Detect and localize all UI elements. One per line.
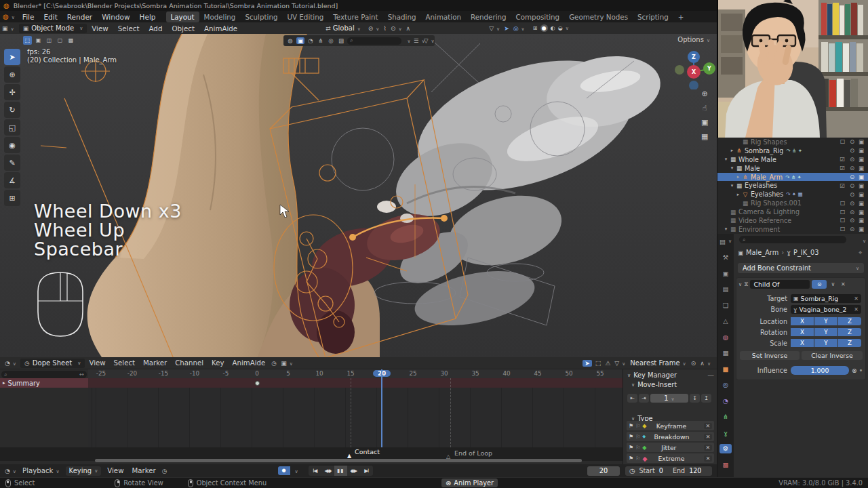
camera-icon[interactable]: ▣ [859, 147, 864, 154]
filter-solid-icon[interactable]: ▣ [296, 37, 304, 44]
breadcrumb-bone[interactable]: P_IK_03 [793, 249, 819, 256]
menu-playback[interactable]: Playback [18, 466, 64, 476]
filter-pie-icon[interactable]: ◔ [307, 37, 315, 44]
camera-icon[interactable]: ▣ [859, 174, 864, 180]
errors-icon[interactable]: ⚠ [603, 360, 612, 367]
target-field[interactable]: ▣Sombra_Rig✕ [791, 294, 861, 303]
key-type-label[interactable]: Jitter [661, 444, 676, 451]
tool-cursor[interactable]: ⊕ [4, 66, 20, 83]
checkbox-icon[interactable]: ☑ [840, 156, 845, 163]
collapse-icon[interactable]: ∨ [631, 382, 635, 388]
options-dropdown[interactable]: Options [677, 36, 710, 43]
constraint-close-icon[interactable]: ✕ [839, 280, 847, 289]
tab-layout[interactable]: Layout [166, 12, 199, 22]
menu-help[interactable]: Help [135, 12, 161, 22]
clear-icon[interactable]: ✕ [854, 306, 859, 312]
outliner-row[interactable]: ▸⋔ Sombra_Rig ↷ ⋔ ✦ ⊙ ▣ [717, 146, 868, 155]
jump-to-start-button[interactable]: Ⅰ◀ [309, 466, 321, 476]
keyframe-dot[interactable] [255, 381, 260, 386]
auto-keying-toggle[interactable]: ● [278, 466, 290, 475]
collapsed-dropdown[interactable] [403, 37, 412, 44]
editor-type-icon[interactable]: ◔ [3, 468, 18, 474]
disclosure-icon[interactable]: ▸ [0, 380, 8, 386]
tool-measure[interactable]: ∡ [4, 172, 20, 188]
disclosure-icon[interactable]: ▾ [723, 226, 729, 232]
tab-compositing[interactable]: Compositing [511, 12, 565, 22]
tab-shading[interactable]: Shading [383, 12, 421, 22]
tool-select-box[interactable]: ➤ [4, 49, 20, 65]
eye-icon[interactable]: ⊙ [850, 156, 854, 163]
falloff-icon[interactable]: ∧ [698, 360, 713, 367]
trash-icon[interactable]: ✕ [704, 434, 712, 440]
menu-select[interactable]: Select [113, 23, 144, 34]
tab-tool[interactable]: ⚒ [719, 253, 732, 262]
marker-label[interactable]: End of Loop [454, 449, 492, 457]
menu-view[interactable]: View [85, 358, 109, 368]
location-z-toggle[interactable]: Z [838, 317, 861, 325]
tab-rendering[interactable]: Rendering [466, 12, 511, 22]
outliner-row[interactable]: ▦ Video Reference ☐ ⊙ ▣ [717, 216, 868, 225]
tab-render[interactable]: ▣ [719, 268, 732, 278]
menu-add[interactable]: Add [144, 23, 167, 34]
outliner-row[interactable]: ▦ Rig Shapes ☐ ⊙ ▣ [717, 138, 868, 146]
add-workspace-button[interactable]: + [673, 12, 689, 22]
editor-type-icon[interactable]: ▤ [719, 237, 732, 246]
xray-toggle-icon[interactable]: ◎ [511, 25, 527, 32]
collapse-icon[interactable]: ∨ [627, 373, 631, 378]
filter-funnel-icon[interactable]: ▽ [612, 360, 627, 367]
perspective-grid-icon[interactable]: ▦ [701, 132, 708, 141]
checkbox-icon[interactable]: ☐ [840, 138, 845, 145]
channel-search-input[interactable]: ⌕↔ [1, 371, 87, 378]
tab-modeling[interactable]: Modeling [199, 12, 241, 22]
filter-rig-icon[interactable]: ⋔ [317, 37, 325, 44]
outliner-row[interactable]: ▾▦ Environment ☐ ⊙ ▣ [717, 225, 868, 234]
rotation-x-toggle[interactable]: X [791, 328, 814, 336]
menu-window[interactable]: Window [97, 12, 134, 22]
trash-icon[interactable]: ✕ [704, 445, 712, 451]
outliner-row[interactable]: ▦ Camera & Lighting ☐ ⊙ ▣ [717, 207, 868, 216]
clock-icon[interactable]: ◷ [160, 468, 170, 474]
outliner-row[interactable]: ▸▽ Eyelashes ↷ ✦ ▦ ⊙ ▣ [717, 190, 868, 199]
flag-filled-icon[interactable]: ⚑ [629, 445, 633, 451]
orientation-selector[interactable]: Global [333, 24, 361, 32]
keying-set-icon[interactable]: ▣ [279, 360, 295, 367]
menu-marker[interactable]: Marker [127, 466, 159, 476]
dope-sheet-mode-selector[interactable]: ◷Dope Sheet [20, 359, 85, 368]
eye-icon[interactable]: ⊙ [850, 182, 854, 189]
eye-icon[interactable]: ⊙ [850, 200, 854, 207]
summary-channel[interactable]: ▸Summary [0, 378, 88, 388]
pan-hand-icon[interactable]: ☝ [701, 104, 708, 113]
disclosure-icon[interactable]: ▾ [729, 183, 735, 188]
select-mode-box-icon[interactable]: ▣ [34, 36, 43, 45]
decorator-dot-icon[interactable]: • [859, 367, 863, 374]
snap-target-icon[interactable]: ⊘ [366, 25, 382, 32]
disclosure-icon[interactable]: ▸ [729, 148, 735, 153]
insert-amount-field[interactable]: 1 [650, 394, 688, 403]
shading-solid-icon[interactable]: ● [540, 24, 548, 32]
filter-globe-icon[interactable]: ◎ [327, 37, 335, 44]
trash-icon[interactable]: ✕ [704, 423, 712, 429]
tab-sculpting[interactable]: Sculpting [240, 12, 282, 22]
scale-x-toggle[interactable]: X [791, 339, 814, 347]
select-mode-tweak-icon[interactable]: ⬚ [23, 36, 32, 45]
viewport-search-input[interactable]: ⌕ [347, 37, 401, 45]
outliner-row[interactable]: ▾▦ Male ☑ ⊙ ▣ [717, 164, 868, 173]
outliner-row-active[interactable]: ▸⋔ Male_Arm ↷ ⋔ ✦ ⊙ ▣ [717, 173, 868, 182]
menu-animaide[interactable]: AnimAide [229, 358, 270, 368]
proportional-edit-icon[interactable]: ⊙ [389, 25, 404, 32]
snap-mode-selector[interactable]: Nearest Frame [630, 359, 686, 367]
filter-sphere-icon[interactable]: ◍ [286, 37, 294, 44]
outliner-row[interactable]: ▦ Rig Shapes.001 ☐ ⊙ ▣ [717, 199, 868, 207]
clear-icon[interactable]: ✕ [854, 296, 859, 302]
horizontal-scrollbar[interactable] [95, 459, 582, 462]
constraint-extras-icon[interactable]: ∨ [829, 280, 837, 289]
app-menu-icon[interactable]: ◍ [0, 13, 18, 20]
menu-object[interactable]: Object [167, 23, 199, 34]
outliner-row[interactable]: ▾▦ Whole Male ☑ ⊙ ▣ [717, 155, 868, 164]
eye-icon[interactable]: ⊙ [850, 217, 854, 224]
tab-object[interactable]: ■ [719, 364, 732, 373]
tab-view-layer[interactable]: ❏ [719, 300, 732, 310]
eye-icon[interactable]: ⊙ [850, 174, 854, 180]
tool-add-cube[interactable]: ⊞ [4, 190, 20, 206]
rotation-z-toggle[interactable]: Z [838, 328, 861, 336]
